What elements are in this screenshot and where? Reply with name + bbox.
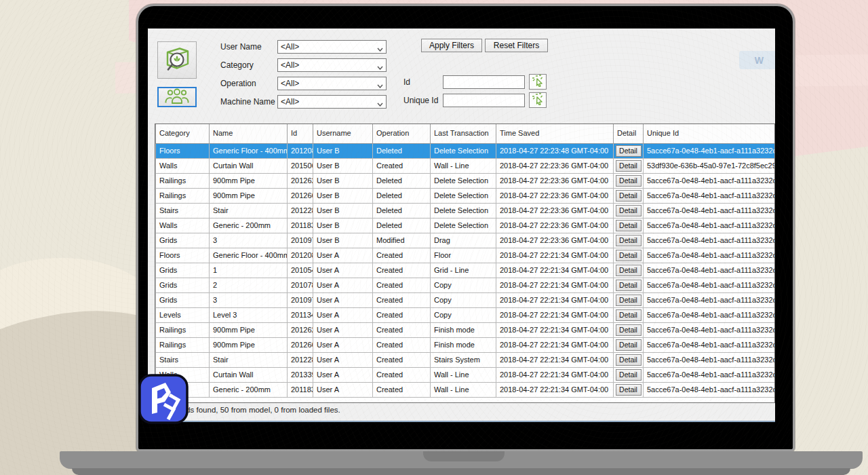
column-header-operation[interactable]: Operation [373,124,431,143]
cell-time-saved: 2018-04-27 22:23:36 GMT-04:00 [496,203,614,218]
cell-name: 2 [210,278,288,292]
user-name-select[interactable]: <All> [277,40,387,54]
detail-button[interactable]: Detail [616,384,642,396]
cell-id: 201134 [288,307,313,322]
chevron-down-icon [377,99,383,109]
cell-username: User B [313,188,373,203]
cell-category: Grids [156,263,210,278]
reset-filters-button[interactable]: Reset Filters [485,39,548,52]
detail-button[interactable]: Detail [616,250,642,261]
pick-id-button[interactable] [529,74,547,90]
table-row[interactable]: WallsCurtain Wall201339User ACreatedWall… [156,367,776,382]
cell-username: User A [313,278,373,292]
model-search-button[interactable] [157,41,197,79]
cell-unique-id: 5acce67a-0e48-4eb1-aacf-a111a3232dc [644,367,776,382]
column-header-last-transaction[interactable]: Last Transaction [431,124,496,143]
machine-name-select[interactable]: <All> [277,95,387,109]
detail-button[interactable]: Detail [616,339,642,351]
unique-id-label: Unique Id [403,96,443,105]
operation-select[interactable]: <All> [277,77,387,90]
category-selected-value: <All> [278,60,386,70]
id-label: Id [403,77,443,87]
column-header-unique-id[interactable]: Unique Id [644,124,776,143]
cell-time-saved: 2018-04-27 22:23:36 GMT-04:00 [496,233,614,248]
cell-username: User A [313,337,373,352]
apply-filters-button[interactable]: Apply Filters [421,39,482,52]
cell-last-transaction: Copy [431,292,496,307]
column-header-time-saved[interactable]: Time Saved [496,124,614,143]
cell-id: 201266 [288,337,313,352]
table-row[interactable]: FloorsGeneric Floor - 400mm201208User AC… [156,248,776,263]
cell-time-saved: 2018-04-27 22:23:48 GMT-04:00 [496,143,614,158]
operation-selected-value: <All> [278,79,386,88]
cell-category: Walls [156,218,210,233]
cell-unique-id: 53df930e-636b-45a0-97e1-72c8f5ec29a [644,158,776,173]
cell-time-saved: 2018-04-27 22:21:34 GMT-04:00 [496,352,614,367]
table-row[interactable]: Grids3201097User ACreatedCopy2018-04-27 … [156,292,776,307]
app-logo-icon [138,374,189,424]
table-row-selected[interactable]: FloorsGeneric Floor - 400mm201208User BD… [156,143,776,158]
laptop-hinge-notch [423,451,505,461]
detail-button[interactable]: Detail [616,265,642,276]
table-row[interactable]: Railings900mm Pipe201262User ACreatedFin… [156,322,776,337]
cell-detail: Detail [614,367,644,382]
table-row[interactable]: Railings900mm Pipe201266User BDeletedDel… [156,188,776,203]
detail-button[interactable]: Detail [616,145,642,157]
detail-button[interactable]: Detail [616,190,642,202]
user-name-selected-value: <All> [278,42,386,52]
category-select[interactable]: <All> [277,58,387,72]
detail-button[interactable]: Detail [616,294,642,306]
cell-operation: Created [373,263,431,278]
detail-button[interactable]: Detail [616,235,642,246]
table-row[interactable]: WallsCurtain Wall201506User BCreatedWall… [156,158,776,173]
detail-button[interactable]: Detail [616,220,642,231]
detail-button[interactable]: Detail [616,354,642,366]
detail-button[interactable]: Detail [616,369,642,381]
cell-operation: Created [373,382,431,397]
detail-button[interactable]: Detail [616,205,642,216]
cell-last-transaction: Finish mode [431,322,496,337]
cell-id: 201262 [288,173,313,188]
column-header-name[interactable]: Name [210,124,288,143]
table-row[interactable]: StairsStair201228User BDeletedDelete Sel… [156,203,776,218]
column-header-detail[interactable]: Detail [614,124,644,143]
detail-button[interactable]: Detail [616,160,642,172]
cell-time-saved: 2018-04-27 22:23:36 GMT-04:00 [496,173,614,188]
column-header-category[interactable]: Category [156,124,210,143]
machine-name-label: Machine Name [220,97,277,107]
table-row[interactable]: WallsGeneric - 200mm201183User BDeletedD… [156,218,776,233]
cell-operation: Created [373,352,431,367]
cell-id: 201208 [288,143,313,158]
pick-unique-id-button[interactable] [529,92,547,108]
column-header-id[interactable]: Id [288,124,313,143]
table-row[interactable]: WallsGeneric - 200mm201183User ACreatedW… [156,382,776,397]
cell-unique-id: 5acce67a-0e48-4eb1-aacf-a111a3232dc [644,337,776,352]
cell-last-transaction: Wall - Line [431,158,496,173]
table-row[interactable]: StairsStair201228User ACreatedStairs Sys… [156,352,776,367]
cell-username: User B [313,233,373,248]
users-filter-button[interactable] [157,87,197,107]
table-row[interactable]: LevelsLevel 3201134User ACreatedCopy2018… [156,307,776,322]
column-header-username[interactable]: Username [313,124,373,143]
cell-category: Railings [156,337,210,352]
detail-button[interactable]: Detail [616,175,642,187]
cell-detail: Detail [614,248,644,263]
table-row[interactable]: Railings900mm Pipe201262User BDeletedDel… [156,173,776,188]
cell-unique-id: 5acce67a-0e48-4eb1-aacf-a111a3232dc [644,292,776,307]
table-row[interactable]: Grids1201054User ACreatedGrid - Line2018… [156,263,776,278]
cell-last-transaction: Wall - Line [431,367,496,382]
cell-last-transaction: Floor [431,248,496,263]
cell-last-transaction: Stairs System [431,352,496,367]
cell-unique-id: 5acce67a-0e48-4eb1-aacf-a111a3232dc [644,143,776,158]
id-input[interactable] [443,75,525,89]
table-row[interactable]: Grids3201097User BModifiedDrag2018-04-27… [156,233,776,248]
unique-id-input[interactable] [443,94,525,107]
detail-button[interactable]: Detail [616,280,642,291]
detail-button[interactable]: Detail [616,309,642,321]
table-row[interactable]: Railings900mm Pipe201266User ACreatedFin… [156,337,776,352]
cell-category: Railings [156,188,210,203]
cell-operation: Deleted [373,143,431,158]
app-window: User Name <All> Category <All> Operation… [148,28,775,422]
table-row[interactable]: Grids2201078User ACreatedCopy2018-04-27 … [156,278,776,292]
detail-button[interactable]: Detail [616,324,642,336]
